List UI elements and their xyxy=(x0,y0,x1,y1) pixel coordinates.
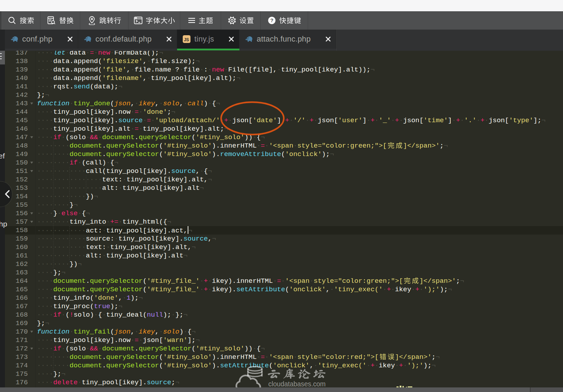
svg-text:?: ? xyxy=(270,17,273,23)
svg-text:JS: JS xyxy=(184,37,189,42)
